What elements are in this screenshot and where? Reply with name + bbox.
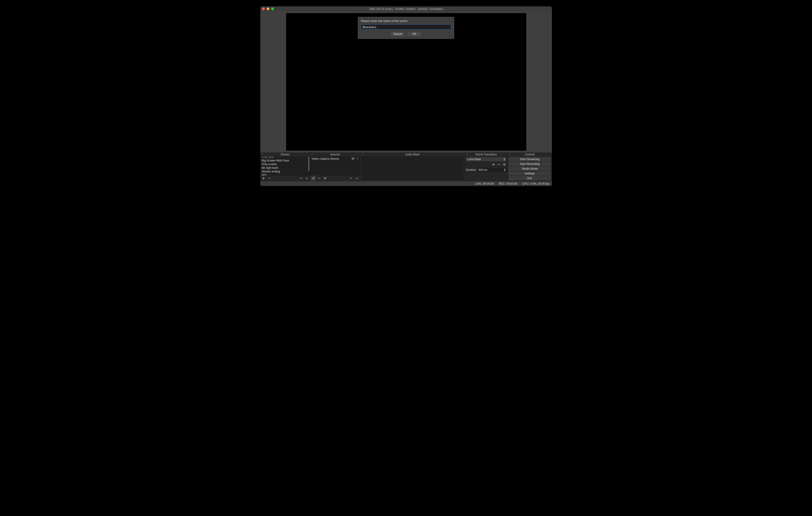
settings-button[interactable]: Settings	[509, 171, 551, 176]
scene-item[interactable]: Big Screen With Face	[260, 159, 310, 162]
controls-dock: ⤢ Controls Start Streaming Start Recordi…	[508, 152, 552, 181]
status-cpu: CPU: 3.4%, 30.00 fps	[522, 182, 550, 185]
sources-toolbar	[310, 176, 360, 181]
add-scene-button[interactable]	[261, 176, 266, 181]
move-scene-down-button[interactable]	[304, 176, 309, 181]
transition-properties-button[interactable]	[502, 162, 506, 166]
window-minimize-icon[interactable]	[267, 7, 269, 10]
detach-icon[interactable]: ⤢	[361, 153, 364, 156]
add-source-button[interactable]	[311, 176, 316, 181]
scene-item[interactable]: Stream ending	[260, 170, 310, 173]
new-scene-dialog: Please enter the name of the scene Cance…	[358, 17, 454, 39]
audio-mixer-dock: ⤢ Audio Mixer	[360, 152, 465, 181]
svg-point-2	[325, 178, 325, 179]
scenes-dock: ⤢ Scenes Only face Big Screen With Face …	[260, 152, 310, 181]
app-window: OBS 24.0.6 (mac) - Profile: Untitled - S…	[260, 6, 552, 186]
scenes-dock-title: Scenes	[281, 153, 290, 156]
controls-dock-header: ⤢ Controls	[508, 152, 552, 156]
window-zoom-icon[interactable]	[271, 7, 274, 10]
mixer-dock-title: Audio Mixer	[405, 153, 419, 156]
titlebar: OBS 24.0.6 (mac) - Profile: Untitled - S…	[260, 6, 552, 11]
sources-dock: ⤢ Sources Video Capture Device	[310, 152, 360, 181]
transitions-dock-header: ⤢ Scene Transitions	[465, 152, 507, 156]
detach-icon[interactable]: ⤢	[261, 153, 264, 156]
scene-name-input[interactable]	[361, 25, 451, 29]
remove-scene-button[interactable]	[267, 176, 272, 181]
scene-list[interactable]: Only face Big Screen With Face Only scre…	[260, 156, 310, 176]
controls-dock-title: Controls	[525, 153, 535, 156]
move-source-up-button[interactable]	[348, 176, 353, 181]
start-streaming-button[interactable]: Start Streaming	[509, 157, 551, 161]
detach-icon[interactable]: ⤢	[509, 153, 511, 156]
detach-icon[interactable]: ⤢	[311, 153, 314, 156]
lock-icon[interactable]	[356, 157, 359, 161]
source-item[interactable]: Video Capture Device	[310, 156, 360, 161]
source-item-label: Video Capture Device	[312, 157, 339, 160]
svg-rect-1	[357, 158, 358, 159]
svg-point-0	[352, 158, 353, 159]
status-bar: LIVE: 00:00:00 REC: 00:00:00 CPU: 3.4%, …	[260, 181, 552, 186]
scene-item[interactable]: Only screen	[260, 162, 310, 166]
scenes-toolbar	[260, 176, 310, 181]
transitions-dock: ⤢ Scene Transitions Luma Wipe ▲▼ Duratio…	[465, 152, 508, 181]
move-source-down-button[interactable]	[354, 176, 359, 181]
svg-point-3	[504, 164, 505, 165]
status-live: LIVE: 00:00:00	[475, 182, 494, 185]
source-properties-button[interactable]	[323, 176, 328, 181]
move-scene-up-button[interactable]	[298, 176, 303, 181]
updown-icon: ▲▼	[503, 158, 505, 161]
scenes-dock-header: ⤢ Scenes	[260, 152, 310, 156]
preview-area: Please enter the name of the scene Cance…	[260, 11, 552, 152]
visibility-icon[interactable]	[351, 157, 354, 161]
sources-dock-title: Sources	[330, 153, 340, 156]
cancel-button[interactable]: Cancel	[390, 32, 405, 36]
bottom-docks: ⤢ Scenes Only face Big Screen With Face …	[260, 152, 552, 181]
mixer-dock-header: ⤢ Audio Mixer	[360, 152, 465, 156]
remove-transition-button[interactable]	[497, 162, 501, 166]
start-recording-button[interactable]: Start Recording	[509, 162, 551, 166]
duration-label: Duration	[466, 168, 476, 172]
source-list[interactable]: Video Capture Device	[310, 156, 360, 176]
detach-icon[interactable]: ⤢	[466, 153, 468, 156]
transition-selected-label: Luma Wipe	[467, 158, 481, 161]
add-transition-button[interactable]	[491, 162, 495, 166]
sources-dock-header: ⤢ Sources	[310, 152, 360, 156]
studio-mode-button[interactable]: Studio Mode	[509, 166, 551, 171]
window-close-icon[interactable]	[262, 7, 265, 10]
scene-item[interactable]: NDI	[260, 173, 310, 176]
ok-button[interactable]: OK	[407, 32, 422, 36]
dialog-prompt-label: Please enter the name of the scene	[361, 19, 451, 23]
scene-item[interactable]: Be right back	[260, 166, 310, 170]
transition-select[interactable]: Luma Wipe ▲▼	[466, 157, 506, 161]
updown-icon: ▲▼	[504, 168, 506, 172]
duration-spinner[interactable]: 300 ms ▲▼	[477, 168, 506, 172]
remove-source-button[interactable]	[317, 176, 322, 181]
audio-mixer-body	[361, 156, 463, 180]
window-title: OBS 24.0.6 (mac) - Profile: Untitled - S…	[260, 7, 552, 11]
scene-scrollbar[interactable]	[308, 156, 310, 171]
status-rec: REC: 00:00:00	[499, 182, 518, 185]
scene-item[interactable]: Only face	[260, 156, 310, 159]
exit-button[interactable]: Exit	[509, 176, 551, 180]
duration-value: 300 ms	[478, 168, 487, 172]
transitions-dock-title: Scene Transitions	[475, 153, 497, 156]
